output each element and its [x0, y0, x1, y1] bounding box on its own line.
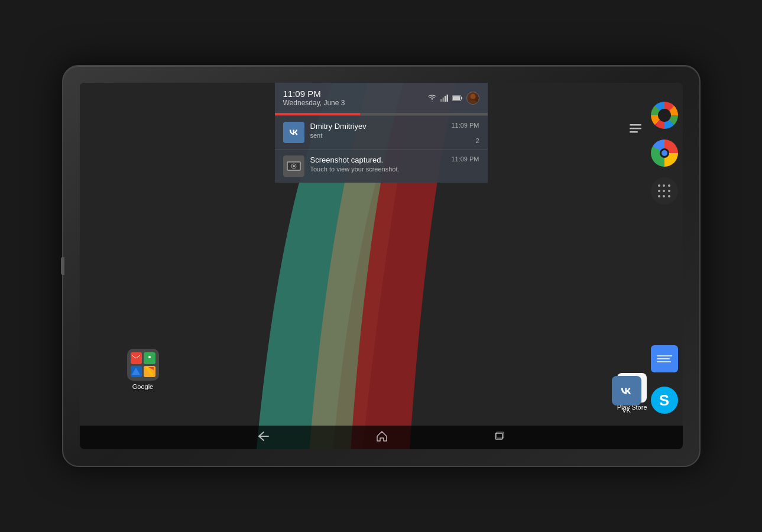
- recents-icon: [494, 431, 505, 442]
- user-avatar[interactable]: [466, 92, 479, 105]
- apps-dot-5: [663, 190, 665, 192]
- recents-button[interactable]: [494, 431, 505, 444]
- apps-dot-9: [668, 195, 670, 197]
- apps-dot-6: [668, 190, 670, 192]
- vk-notif-time: 11:09 PM: [451, 122, 479, 129]
- back-icon: [258, 431, 270, 442]
- svg-rect-15: [630, 131, 638, 133]
- tablet-screen: 11:09 PM Wednesday, June 3: [80, 83, 683, 449]
- svg-point-9: [468, 100, 477, 104]
- svg-rect-6: [461, 97, 462, 99]
- svg-rect-13: [630, 124, 641, 126]
- svg-point-16: [148, 356, 151, 358]
- vk-notif-count: 2: [475, 137, 479, 144]
- back-button[interactable]: [258, 431, 270, 444]
- tablet-shell: 11:09 PM Wednesday, June 3: [62, 65, 701, 467]
- folder-grid: [127, 349, 159, 381]
- apps-dot-8: [663, 195, 665, 197]
- maps-app-icon: [144, 352, 155, 364]
- notification-item-vk[interactable]: Dmitry Dmitriyev sent 11:09 PM 2: [275, 115, 488, 149]
- screenshot-icon: [283, 155, 304, 177]
- skype-dock-icon[interactable]: S: [651, 387, 678, 414]
- doc-lines: [652, 351, 677, 367]
- apps-dot-7: [658, 195, 660, 197]
- apps-dot-3: [668, 184, 670, 187]
- svg-point-8: [470, 93, 475, 99]
- status-icons: [427, 92, 479, 105]
- svg-point-12: [293, 165, 295, 167]
- vk-app-icon: [283, 122, 304, 143]
- svg-rect-2: [442, 98, 444, 102]
- notification-header: 11:09 PM Wednesday, June 3: [275, 83, 488, 113]
- svg-rect-4: [446, 95, 448, 102]
- maps2-icon: [145, 367, 154, 375]
- svg-rect-14: [630, 128, 641, 129]
- docs-icon-wrap: [651, 345, 678, 372]
- screenshot-notif-subtitle: Touch to view your screenshot.: [310, 166, 479, 173]
- apps-dot-2: [663, 184, 665, 187]
- vk-icon: [283, 122, 304, 143]
- gmail-icon: [132, 355, 140, 361]
- vk-home-icon[interactable]: VK: [612, 376, 641, 414]
- skype-icon-wrap: S: [651, 387, 678, 414]
- music-icon-wrap: [651, 102, 678, 129]
- navigation-bar: [80, 426, 683, 449]
- google-folder[interactable]: Google: [127, 349, 159, 390]
- maps2-app-icon: [144, 366, 155, 378]
- apps-launcher-icon[interactable]: [651, 177, 678, 205]
- status-time: 11:09 PM: [283, 89, 345, 99]
- overflow-menu-button[interactable]: [630, 124, 641, 136]
- drive-app-icon: [131, 366, 142, 378]
- skype-letter: S: [659, 391, 669, 410]
- gmail-app-icon: [131, 352, 142, 364]
- chrome-icon-wrap: [651, 140, 678, 167]
- signal-icon: [440, 95, 449, 102]
- avatar-image: [467, 92, 479, 105]
- svg-rect-1: [440, 99, 442, 102]
- status-date: Wednesday, June 3: [283, 99, 345, 107]
- notification-panel: 11:09 PM Wednesday, June 3: [275, 83, 488, 183]
- svg-rect-3: [445, 96, 446, 102]
- chrome-dock-icon[interactable]: [651, 140, 678, 167]
- status-time-block: 11:09 PM Wednesday, June 3: [283, 89, 345, 107]
- vk-notif-subtitle: sent: [310, 132, 479, 139]
- apps-grid-icon: [651, 177, 678, 205]
- screenshot-img: [287, 160, 301, 172]
- battery-icon: [452, 95, 463, 102]
- apps-dot-1: [658, 184, 660, 187]
- apps-dot-4: [658, 190, 660, 192]
- vk-icon-home-wrap: [612, 376, 641, 406]
- google-folder-label: Google: [132, 383, 153, 390]
- home-icon: [376, 430, 388, 442]
- drive-icon: [132, 368, 140, 375]
- notification-item-screenshot[interactable]: Screenshot captured. Touch to view your …: [275, 149, 488, 183]
- vk-logo: [287, 128, 301, 137]
- music-dock-icon[interactable]: [651, 102, 678, 129]
- maps-icon: [145, 354, 154, 362]
- wifi-icon: [427, 95, 437, 102]
- vk-home-label: VK: [622, 407, 631, 414]
- svg-rect-7: [453, 96, 460, 100]
- screenshot-notif-time: 11:09 PM: [451, 155, 479, 163]
- home-button[interactable]: [376, 430, 388, 445]
- chrome-icon-inner: [660, 148, 669, 158]
- doc-line-3: [657, 361, 671, 362]
- doc-line-1: [657, 355, 672, 356]
- screenshot-app-icon: [283, 155, 304, 177]
- overflow-menu-icon: [630, 124, 641, 134]
- power-button[interactable]: [61, 257, 64, 275]
- docs-dock-icon[interactable]: [651, 345, 678, 372]
- doc-line-2: [657, 358, 670, 359]
- music-icon-inner: [658, 109, 671, 122]
- vk-home-logo: [618, 385, 635, 397]
